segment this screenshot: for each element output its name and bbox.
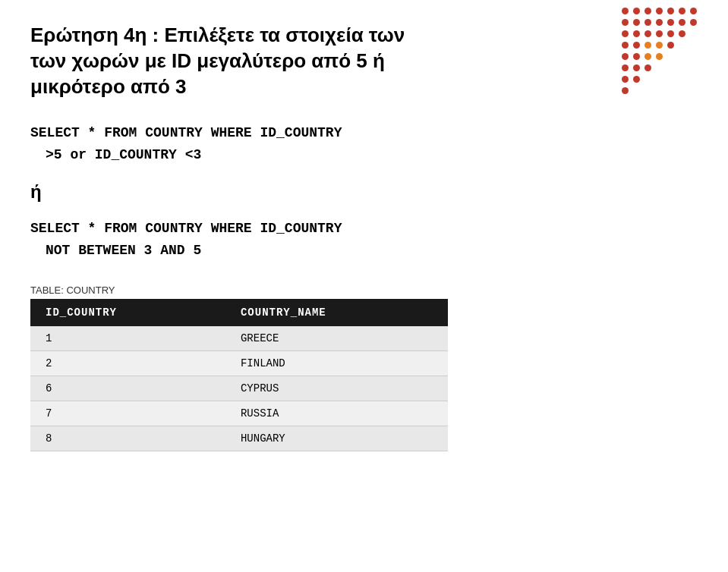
cell-name: RUSSIA xyxy=(225,401,448,426)
col-header-id: ID_COUNTRY xyxy=(30,299,225,326)
cell-id: 8 xyxy=(30,426,225,451)
country-table: ID_COUNTRY COUNTRY_NAME 1GREECE2FINLAND6… xyxy=(30,299,448,451)
cell-id: 2 xyxy=(30,350,225,376)
cell-name: FINLAND xyxy=(225,350,448,376)
title-line1: Ερώτηση 4η : Επιλέξετε τα στοιχεία των xyxy=(30,24,405,46)
table-section: TABLE: COUNTRY ID_COUNTRY COUNTRY_NAME 1… xyxy=(30,284,698,451)
col-header-name: COUNTRY_NAME xyxy=(225,299,448,326)
table-label: TABLE: COUNTRY xyxy=(30,284,698,296)
decorative-dot-grid xyxy=(622,8,705,91)
title-line3: μικρότερο από 3 xyxy=(30,75,186,98)
cell-id: 1 xyxy=(30,326,225,351)
query2-line1: SELECT * FROM COUNTRY WHERE ID_COUNTRY xyxy=(30,218,698,240)
table-row: 1GREECE xyxy=(30,326,448,351)
title-section: Ερώτηση 4η : Επιλέξετε τα στοιχεία των τ… xyxy=(30,23,547,99)
separator: ή xyxy=(30,181,698,203)
table-row: 6CYPRUS xyxy=(30,376,448,401)
query2-line2: NOT BETWEEN 3 AND 5 xyxy=(30,240,698,262)
cell-name: HUNGARY xyxy=(225,426,448,451)
query1-line2: >5 or ID_COUNTRY <3 xyxy=(30,144,698,166)
title-line2: των χωρών με ID μεγαλύτερο από 5 ή xyxy=(30,49,385,72)
cell-id: 6 xyxy=(30,376,225,401)
query1-block: SELECT * FROM COUNTRY WHERE ID_COUNTRY >… xyxy=(30,122,698,166)
cell-id: 7 xyxy=(30,401,225,426)
cell-name: CYPRUS xyxy=(225,376,448,401)
page-title: Ερώτηση 4η : Επιλέξετε τα στοιχεία των τ… xyxy=(30,23,547,99)
cell-name: GREECE xyxy=(225,326,448,351)
table-row: 8HUNGARY xyxy=(30,426,448,451)
query2-block: SELECT * FROM COUNTRY WHERE ID_COUNTRY N… xyxy=(30,218,698,262)
table-row: 2FINLAND xyxy=(30,350,448,376)
query1-line1: SELECT * FROM COUNTRY WHERE ID_COUNTRY xyxy=(30,122,698,144)
table-header-row: ID_COUNTRY COUNTRY_NAME xyxy=(30,299,448,326)
table-row: 7RUSSIA xyxy=(30,401,448,426)
